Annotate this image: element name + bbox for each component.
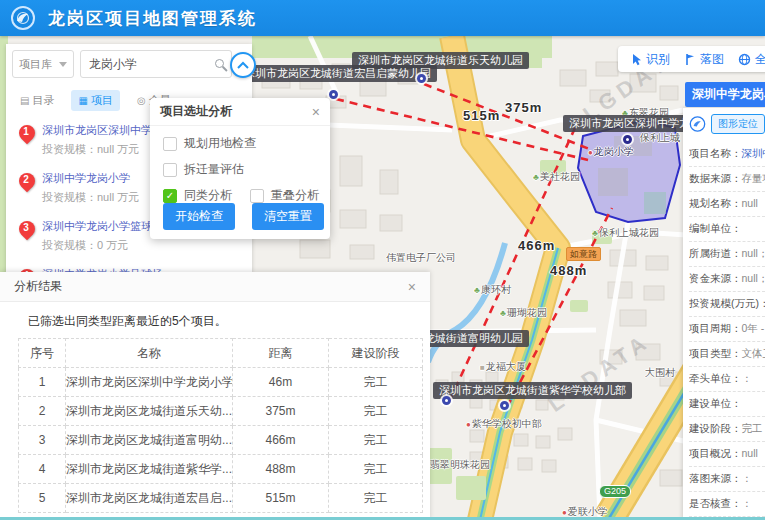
library-dropdown[interactable]: 项目库 <box>12 50 74 78</box>
map-tooltip: 深圳市龙岗区龙城街道宏昌启蒙幼儿园 <box>238 65 437 82</box>
road-name-badge: 如意路 <box>566 247 601 261</box>
globe-icon <box>738 53 751 66</box>
table-row[interactable]: 3深圳市龙岗区龙城街道富明幼... 466m完工 <box>19 426 423 455</box>
map-label: 保利上城 <box>640 131 680 145</box>
map-label: ■龙福大厦 <box>480 360 526 374</box>
map-marker[interactable] <box>329 90 338 99</box>
distance-label: 488m <box>550 263 587 278</box>
chevron-down-icon <box>59 62 67 67</box>
panel-title: 项目选址分析 <box>160 103 232 120</box>
app-header: 龙岗区项目地图管理系统 <box>0 0 765 36</box>
catalog-icon: ▤ <box>20 95 29 106</box>
school-icon: ● <box>466 420 471 429</box>
map-marker[interactable] <box>442 396 451 405</box>
results-summary: 已筛选出同类型距离最近的5个项目。 <box>28 313 430 330</box>
sidebar-collapse-button[interactable] <box>230 52 256 78</box>
full-extent-button[interactable]: 全图 <box>738 51 765 68</box>
tab-catalog[interactable]: ▤目录 <box>13 90 61 111</box>
option-same-type-analysis[interactable]: ✓ 同类分析 <box>163 187 232 204</box>
start-check-button[interactable]: 开始检查 <box>163 203 235 230</box>
option-demolition-estimate[interactable]: 拆迁量评估 <box>163 161 330 178</box>
distance-label: 375m <box>505 100 542 115</box>
map-marker-selected[interactable] <box>623 135 632 144</box>
detail-field: 所属街道：null； <box>689 242 765 267</box>
school-icon: ● <box>562 508 567 517</box>
tab-project[interactable]: ▦项目 <box>71 90 119 111</box>
identify-button[interactable]: 识别 <box>630 51 670 68</box>
park-icon: ♣ <box>474 285 480 295</box>
close-icon[interactable]: × <box>408 280 416 294</box>
detail-field: 投资规模(万元)： <box>689 292 765 317</box>
map-label: ♣保利上城花园 <box>592 226 659 240</box>
detail-field: 建设单位： <box>689 392 765 417</box>
park-icon: ♣ <box>592 228 598 238</box>
table-row[interactable]: 1深圳市龙岗区深圳中学龙岗小学 46m完工 <box>19 368 423 397</box>
detail-field: 牵头单位：： <box>689 367 765 392</box>
project-detail-panel: 图形定位 项目名称：深圳中学龙岗小学 数据来源：存量项目 规划名称：null 编… <box>683 108 765 520</box>
detail-field: 项目周期：0年 - <box>689 317 765 342</box>
map-marker[interactable] <box>500 401 509 410</box>
detail-field: 数据来源：存量项目 <box>689 167 765 192</box>
detail-field: 是否核查：： <box>689 492 765 517</box>
pin-marker-icon: 3 <box>16 218 39 241</box>
panel-title: 分析结果 <box>14 278 62 295</box>
app-window: LGDATA LGDATA ♣东翠花园 保利上城 ♣美社花园 ♣保利上城花园 伟… <box>0 0 765 520</box>
project-icon: ▦ <box>78 95 87 106</box>
map-label: ♣康环村 <box>474 283 511 297</box>
map-tooltip: 深圳市龙岗区龙城街道紫华学校幼儿部 <box>433 382 632 399</box>
page-title: 龙岗区项目地图管理系统 <box>48 7 257 30</box>
search-row: 项目库 <box>12 50 232 78</box>
detail-field: 项目概况：null <box>689 442 765 467</box>
park-icon: ♣ <box>533 172 539 182</box>
project-banner: 深圳中学龙岗小学 <box>685 82 765 107</box>
map-label: ♣珊瑚花园 <box>500 306 547 320</box>
flag-icon <box>684 53 696 66</box>
checkbox-checked[interactable]: ✓ <box>163 189 177 203</box>
map-label: ●紫华学校初中部 <box>466 417 542 431</box>
checkbox-unchecked[interactable] <box>163 137 177 151</box>
project-invest: 投资规模：0 万元 <box>42 238 244 253</box>
search-icon[interactable] <box>215 59 224 68</box>
map-label: 大围村 <box>645 366 675 380</box>
map-label: ♣翡翠明珠花园 <box>423 458 490 472</box>
option-overlap-analysis[interactable]: 重叠分析 <box>250 187 319 204</box>
app-logo <box>10 5 36 31</box>
close-icon[interactable]: × <box>312 105 320 119</box>
option-landuse-check[interactable]: 规划用地检查 <box>163 135 330 152</box>
detail-field: 资金来源：null； <box>689 267 765 292</box>
panorama-icon: ◎ <box>137 95 146 106</box>
table-row[interactable]: 5深圳市龙岗区龙城街道宏昌启... 515m完工 <box>19 484 423 513</box>
pin-marker-icon: 1 <box>16 122 39 145</box>
detail-field: 落图来源：： <box>689 467 765 492</box>
chevron-up-icon <box>237 61 249 69</box>
pointer-hand-icon <box>630 53 642 66</box>
map-label: 伟置电子厂公司 <box>386 251 456 265</box>
clear-reset-button[interactable]: 清空重置 <box>252 203 324 230</box>
detail-field: 项目类型：文体卫 <box>689 342 765 367</box>
search-input[interactable] <box>80 50 232 78</box>
school-icon: ● <box>588 148 593 157</box>
library-dropdown-label: 项目库 <box>19 57 52 72</box>
pin-marker-icon: 2 <box>16 170 39 193</box>
map-toolbar: 识别 落图 全图 <box>618 46 765 72</box>
park-icon: ♣ <box>500 308 506 318</box>
graphic-locate-button[interactable]: 图形定位 <box>711 114 765 134</box>
checkbox-unchecked[interactable] <box>250 189 264 203</box>
map-label-parcel: ●龙岗小学 <box>588 145 634 159</box>
map-label: ♣美社花园 <box>533 170 580 184</box>
distance-label: 515m <box>463 108 500 123</box>
checkbox-unchecked[interactable] <box>163 163 177 177</box>
map-marker[interactable] <box>417 74 426 83</box>
table-header-row: 序号名称 距离建设阶段 <box>19 339 423 368</box>
analysis-results-panel: 分析结果 × 已筛选出同类型距离最近的5个项目。 序号名称 距离建设阶段 1深圳… <box>0 272 430 520</box>
results-table: 序号名称 距离建设阶段 1深圳市龙岗区深圳中学龙岗小学 46m完工 2深圳市龙岗… <box>18 338 423 513</box>
detail-field: 规划名称：null <box>689 192 765 217</box>
table-row[interactable]: 4深圳市龙岗区龙城街道紫华学... 488m完工 <box>19 455 423 484</box>
drop-to-map-button[interactable]: 落图 <box>684 51 724 68</box>
table-row[interactable]: 2深圳市龙岗区龙城街道乐天幼... 375m完工 <box>19 397 423 426</box>
route-shield-g205: G205 <box>599 485 631 498</box>
detail-field: 项目名称：深圳中学龙岗小学 <box>689 142 765 167</box>
distance-label: 466m <box>518 238 555 253</box>
building-icon: ■ <box>480 363 485 372</box>
detail-field: 编制单位： <box>689 217 765 242</box>
